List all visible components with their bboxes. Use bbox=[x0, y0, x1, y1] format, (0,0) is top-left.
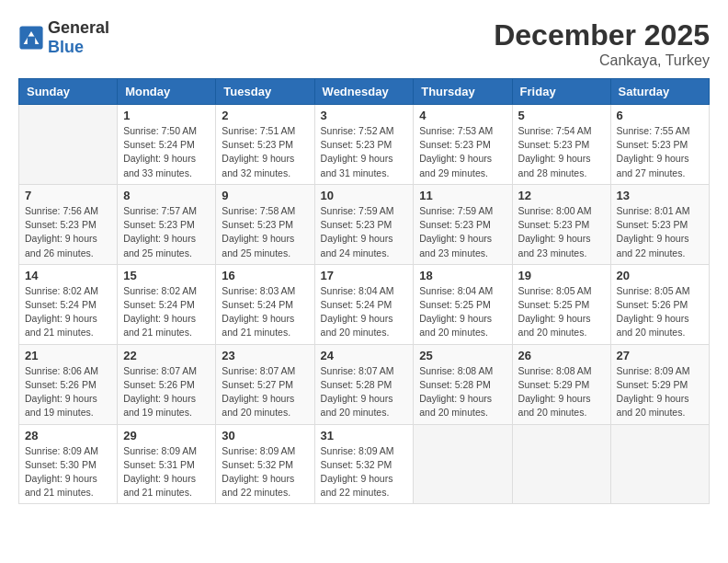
day-number: 19 bbox=[518, 269, 605, 282]
calendar-cell: 7Sunrise: 7:56 AMSunset: 5:23 PMDaylight… bbox=[19, 184, 118, 264]
weekday-header: Monday bbox=[118, 79, 216, 105]
calendar-cell: 22Sunrise: 8:07 AMSunset: 5:26 PMDayligh… bbox=[118, 344, 216, 424]
day-info: Sunrise: 8:09 AMSunset: 5:32 PMDaylight:… bbox=[222, 444, 308, 500]
day-number: 17 bbox=[321, 269, 408, 282]
day-number: 13 bbox=[617, 189, 703, 202]
day-number: 25 bbox=[419, 349, 506, 362]
weekday-header: Tuesday bbox=[216, 79, 314, 105]
day-info: Sunrise: 8:06 AMSunset: 5:26 PMDaylight:… bbox=[25, 364, 111, 420]
calendar-cell: 17Sunrise: 8:04 AMSunset: 5:24 PMDayligh… bbox=[314, 264, 414, 344]
day-number: 9 bbox=[222, 189, 308, 202]
calendar-cell: 19Sunrise: 8:05 AMSunset: 5:25 PMDayligh… bbox=[512, 264, 610, 344]
calendar-cell: 30Sunrise: 8:09 AMSunset: 5:32 PMDayligh… bbox=[216, 424, 314, 504]
weekday-header: Wednesday bbox=[314, 79, 414, 105]
day-info: Sunrise: 8:02 AMSunset: 5:24 PMDaylight:… bbox=[25, 284, 111, 340]
calendar-cell: 8Sunrise: 7:57 AMSunset: 5:23 PMDaylight… bbox=[118, 184, 216, 264]
day-number: 28 bbox=[25, 429, 111, 442]
logo: General Blue bbox=[18, 18, 109, 57]
logo-blue: Blue bbox=[48, 38, 84, 56]
day-info: Sunrise: 7:53 AMSunset: 5:23 PMDaylight:… bbox=[419, 124, 506, 180]
weekday-header: Sunday bbox=[19, 79, 118, 105]
calendar-cell bbox=[512, 424, 610, 504]
day-number: 31 bbox=[321, 429, 408, 442]
calendar-cell: 26Sunrise: 8:08 AMSunset: 5:29 PMDayligh… bbox=[512, 344, 610, 424]
calendar-header-row: SundayMondayTuesdayWednesdayThursdayFrid… bbox=[19, 79, 710, 105]
day-info: Sunrise: 8:09 AMSunset: 5:30 PMDaylight:… bbox=[25, 444, 111, 500]
day-number: 20 bbox=[617, 269, 703, 282]
day-info: Sunrise: 7:56 AMSunset: 5:23 PMDaylight:… bbox=[25, 204, 111, 260]
weekday-header: Friday bbox=[512, 79, 610, 105]
day-info: Sunrise: 8:09 AMSunset: 5:29 PMDaylight:… bbox=[617, 364, 703, 420]
calendar-cell: 15Sunrise: 8:02 AMSunset: 5:24 PMDayligh… bbox=[118, 264, 216, 344]
calendar-cell: 4Sunrise: 7:53 AMSunset: 5:23 PMDaylight… bbox=[414, 105, 512, 185]
calendar-week-row: 7Sunrise: 7:56 AMSunset: 5:23 PMDaylight… bbox=[19, 184, 710, 264]
calendar-week-row: 28Sunrise: 8:09 AMSunset: 5:30 PMDayligh… bbox=[19, 424, 710, 504]
logo-icon bbox=[18, 25, 44, 51]
day-number: 2 bbox=[222, 109, 308, 122]
calendar-cell: 3Sunrise: 7:52 AMSunset: 5:23 PMDaylight… bbox=[314, 105, 414, 185]
calendar-cell bbox=[414, 424, 512, 504]
calendar-cell: 31Sunrise: 8:09 AMSunset: 5:32 PMDayligh… bbox=[314, 424, 414, 504]
calendar-cell bbox=[19, 105, 118, 185]
calendar-cell bbox=[610, 424, 709, 504]
day-info: Sunrise: 8:05 AMSunset: 5:26 PMDaylight:… bbox=[617, 284, 703, 340]
calendar-cell: 21Sunrise: 8:06 AMSunset: 5:26 PMDayligh… bbox=[19, 344, 118, 424]
logo-general: General bbox=[48, 18, 109, 37]
svg-rect-2 bbox=[28, 37, 35, 44]
weekday-header: Thursday bbox=[414, 79, 512, 105]
day-number: 7 bbox=[25, 189, 111, 202]
day-info: Sunrise: 7:52 AMSunset: 5:23 PMDaylight:… bbox=[321, 124, 408, 180]
day-number: 27 bbox=[617, 349, 703, 362]
day-info: Sunrise: 8:07 AMSunset: 5:26 PMDaylight:… bbox=[123, 364, 210, 420]
calendar-cell: 29Sunrise: 8:09 AMSunset: 5:31 PMDayligh… bbox=[118, 424, 216, 504]
day-number: 24 bbox=[321, 349, 408, 362]
day-number: 14 bbox=[25, 269, 111, 282]
calendar-table: SundayMondayTuesdayWednesdayThursdayFrid… bbox=[18, 78, 710, 504]
day-info: Sunrise: 8:05 AMSunset: 5:25 PMDaylight:… bbox=[518, 284, 605, 340]
day-number: 15 bbox=[123, 269, 210, 282]
day-info: Sunrise: 8:07 AMSunset: 5:27 PMDaylight:… bbox=[222, 364, 308, 420]
calendar-cell: 27Sunrise: 8:09 AMSunset: 5:29 PMDayligh… bbox=[610, 344, 709, 424]
day-info: Sunrise: 8:08 AMSunset: 5:28 PMDaylight:… bbox=[419, 364, 506, 420]
day-info: Sunrise: 8:02 AMSunset: 5:24 PMDaylight:… bbox=[123, 284, 210, 340]
day-info: Sunrise: 7:55 AMSunset: 5:23 PMDaylight:… bbox=[617, 124, 703, 180]
calendar-cell: 1Sunrise: 7:50 AMSunset: 5:24 PMDaylight… bbox=[118, 105, 216, 185]
calendar-cell: 6Sunrise: 7:55 AMSunset: 5:23 PMDaylight… bbox=[610, 105, 709, 185]
day-info: Sunrise: 7:58 AMSunset: 5:23 PMDaylight:… bbox=[222, 204, 308, 260]
day-info: Sunrise: 8:01 AMSunset: 5:23 PMDaylight:… bbox=[617, 204, 703, 260]
day-info: Sunrise: 8:07 AMSunset: 5:28 PMDaylight:… bbox=[321, 364, 408, 420]
day-number: 6 bbox=[617, 109, 703, 122]
calendar-cell: 12Sunrise: 8:00 AMSunset: 5:23 PMDayligh… bbox=[512, 184, 610, 264]
day-number: 26 bbox=[518, 349, 605, 362]
day-number: 10 bbox=[321, 189, 408, 202]
day-info: Sunrise: 7:59 AMSunset: 5:23 PMDaylight:… bbox=[321, 204, 408, 260]
day-info: Sunrise: 7:54 AMSunset: 5:23 PMDaylight:… bbox=[518, 124, 605, 180]
calendar-week-row: 1Sunrise: 7:50 AMSunset: 5:24 PMDaylight… bbox=[19, 105, 710, 185]
calendar-cell: 28Sunrise: 8:09 AMSunset: 5:30 PMDayligh… bbox=[19, 424, 118, 504]
calendar-cell: 13Sunrise: 8:01 AMSunset: 5:23 PMDayligh… bbox=[610, 184, 709, 264]
weekday-header: Saturday bbox=[610, 79, 709, 105]
day-info: Sunrise: 7:51 AMSunset: 5:23 PMDaylight:… bbox=[222, 124, 308, 180]
day-number: 1 bbox=[123, 109, 210, 122]
calendar-cell: 5Sunrise: 7:54 AMSunset: 5:23 PMDaylight… bbox=[512, 105, 610, 185]
day-number: 11 bbox=[419, 189, 506, 202]
day-number: 30 bbox=[222, 429, 308, 442]
title-block: December 2025 Cankaya, Turkey bbox=[494, 18, 710, 69]
calendar-cell: 2Sunrise: 7:51 AMSunset: 5:23 PMDaylight… bbox=[216, 105, 314, 185]
day-info: Sunrise: 8:09 AMSunset: 5:32 PMDaylight:… bbox=[321, 444, 408, 500]
day-number: 5 bbox=[518, 109, 605, 122]
calendar-week-row: 21Sunrise: 8:06 AMSunset: 5:26 PMDayligh… bbox=[19, 344, 710, 424]
calendar-cell: 10Sunrise: 7:59 AMSunset: 5:23 PMDayligh… bbox=[314, 184, 414, 264]
day-number: 12 bbox=[518, 189, 605, 202]
day-number: 18 bbox=[419, 269, 506, 282]
day-number: 3 bbox=[321, 109, 408, 122]
calendar-cell: 18Sunrise: 8:04 AMSunset: 5:25 PMDayligh… bbox=[414, 264, 512, 344]
day-info: Sunrise: 8:08 AMSunset: 5:29 PMDaylight:… bbox=[518, 364, 605, 420]
day-info: Sunrise: 8:04 AMSunset: 5:24 PMDaylight:… bbox=[321, 284, 408, 340]
day-info: Sunrise: 8:00 AMSunset: 5:23 PMDaylight:… bbox=[518, 204, 605, 260]
calendar-cell: 11Sunrise: 7:59 AMSunset: 5:23 PMDayligh… bbox=[414, 184, 512, 264]
day-info: Sunrise: 7:50 AMSunset: 5:24 PMDaylight:… bbox=[123, 124, 210, 180]
day-info: Sunrise: 7:57 AMSunset: 5:23 PMDaylight:… bbox=[123, 204, 210, 260]
day-number: 8 bbox=[123, 189, 210, 202]
day-info: Sunrise: 8:04 AMSunset: 5:25 PMDaylight:… bbox=[419, 284, 506, 340]
